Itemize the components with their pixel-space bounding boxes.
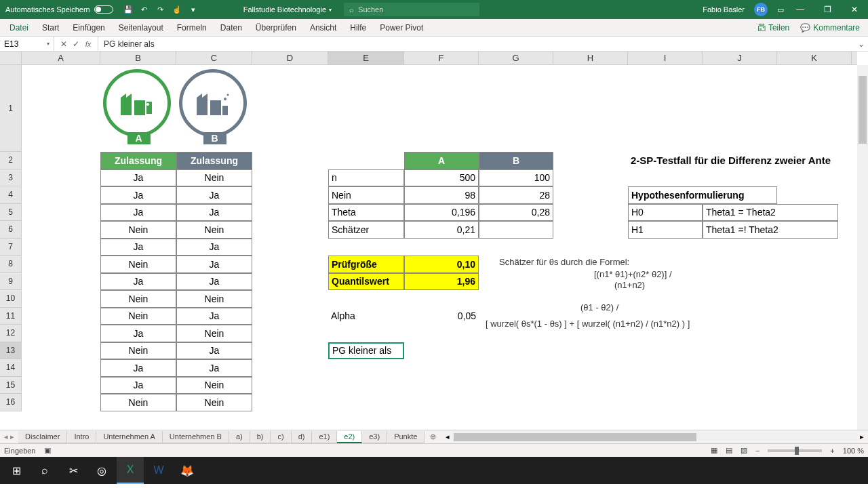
enter-icon[interactable]: ✓ (71, 39, 81, 49)
formula-input[interactable]: PG kleiner als (98, 39, 854, 49)
fx-icon[interactable]: fx (83, 40, 94, 48)
column-header-K[interactable]: K (777, 52, 852, 64)
sheet-tab-a[interactable]: a) (229, 431, 250, 443)
h1-val[interactable]: Theta1 =! Theta2 (703, 221, 838, 239)
table-row[interactable]: Ja (100, 169, 176, 187)
row-header-8[interactable]: 8 (0, 256, 21, 273)
tab-seitenlayout[interactable]: Seitenlayout (112, 20, 170, 35)
row-header-2[interactable]: 2 (0, 152, 21, 169)
macro-record-icon[interactable]: ▣ (44, 446, 51, 455)
word-icon[interactable]: W (145, 457, 172, 484)
val[interactable]: 0,10 (404, 256, 479, 273)
zoom-in-icon[interactable]: + (830, 447, 834, 455)
table-row[interactable]: Ja (176, 273, 252, 291)
row-header-9[interactable]: 9 (0, 273, 21, 291)
minimize-button[interactable]: — (787, 0, 814, 19)
active-cell[interactable]: PG kleiner als (328, 342, 404, 360)
tab-formeln[interactable]: Formeln (170, 20, 214, 35)
scroll-right-icon[interactable]: ▸ (860, 432, 864, 441)
column-header-I[interactable]: I (628, 52, 703, 64)
row-header-16[interactable]: 16 (0, 394, 21, 411)
view-layout-icon[interactable]: ▤ (726, 446, 732, 455)
obs-icon[interactable]: ◎ (88, 457, 115, 484)
row-header-13[interactable]: 13 (0, 342, 21, 360)
hyp-header[interactable]: Hypothesenformulierung (628, 186, 777, 204)
column-header-B[interactable]: B (100, 52, 176, 64)
zoom-slider[interactable] (768, 449, 822, 452)
val[interactable]: 0,05 (404, 308, 479, 325)
label-theta[interactable]: Theta (328, 204, 404, 222)
column-header-G[interactable]: G (479, 52, 553, 64)
excel-icon[interactable]: X (117, 457, 144, 484)
user-name[interactable]: Fabio Basler (703, 5, 745, 14)
close-button[interactable]: ✕ (841, 0, 868, 19)
val[interactable]: 0,28 (479, 204, 553, 222)
row-headers[interactable]: 12345678910111213141516 (0, 65, 22, 411)
table-row[interactable]: Ja (100, 359, 176, 377)
tab-daten[interactable]: Daten (214, 20, 249, 35)
save-icon[interactable]: 💾 (123, 4, 134, 15)
val[interactable]: 28 (479, 186, 553, 204)
label-alpha[interactable]: Alpha (328, 308, 404, 325)
search-icon[interactable]: ⌕ (31, 457, 58, 484)
expand-formula-icon[interactable]: ⌄ (854, 39, 868, 49)
table-row[interactable]: Ja (100, 325, 176, 342)
touch-mode-icon[interactable]: ☝ (172, 4, 182, 15)
row-header-14[interactable]: 14 (0, 359, 21, 377)
tab-powerpivot[interactable]: Power Pivot (373, 20, 430, 35)
column-header-E[interactable]: E (328, 52, 404, 64)
label-n[interactable]: n (328, 169, 404, 187)
row-header-4[interactable]: 4 (0, 186, 21, 204)
sheet-tab-disclaimer[interactable]: Disclaimer (18, 431, 67, 443)
label-pruefgroesse[interactable]: Prüfgröße (328, 256, 404, 273)
cell-area[interactable]: ABZulassungZulassungJaNeinJaJaJaJaNeinNe… (22, 65, 857, 430)
row-header-6[interactable]: 6 (0, 221, 21, 239)
label-schaetzer[interactable]: Schätzer (328, 221, 404, 239)
test-title[interactable]: 2-SP-Testfall für die Differenz zweier A… (628, 152, 868, 169)
add-sheet-button[interactable]: ⊕ (425, 432, 441, 441)
row-header-10[interactable]: 10 (0, 290, 21, 308)
table-row[interactable]: Ja (176, 308, 252, 325)
val[interactable]: 100 (479, 169, 553, 187)
table-row[interactable]: Ja (176, 186, 252, 204)
snip-icon[interactable]: ✂ (60, 457, 87, 484)
chevron-down-icon[interactable]: ▾ (188, 4, 199, 15)
sheet-tab-c[interactable]: c) (271, 431, 291, 443)
table-row[interactable]: Nein (100, 308, 176, 325)
row-header-7[interactable]: 7 (0, 239, 21, 256)
zulassung-header-b[interactable]: Zulassung (176, 152, 252, 169)
table-row[interactable]: Nein (176, 221, 252, 239)
table-row[interactable]: Nein (176, 290, 252, 308)
label-quantilswert[interactable]: Quantilswert (328, 273, 404, 291)
avatar[interactable]: FB (754, 3, 768, 16)
autosave-toggle[interactable]: Automatisches Speichern (0, 5, 119, 14)
zulassung-header-a[interactable]: Zulassung (100, 152, 176, 169)
sheet-tab-unternehmenb[interactable]: Unternehmen B (163, 431, 229, 443)
table-row[interactable]: Ja (100, 204, 176, 222)
h1-label[interactable]: H1 (628, 221, 703, 239)
sheet-tab-b[interactable]: b) (250, 431, 271, 443)
toggle-icon[interactable] (94, 5, 113, 14)
h0-val[interactable]: Theta1 = Theta2 (703, 204, 838, 222)
table-row[interactable]: Nein (100, 256, 176, 273)
table-row[interactable]: Ja (176, 342, 252, 360)
h0-label[interactable]: H0 (628, 204, 703, 222)
search-input[interactable]: ⌕ Suchen (344, 3, 479, 16)
column-header-J[interactable]: J (703, 52, 777, 64)
table-row[interactable]: Ja (100, 377, 176, 394)
tab-datei[interactable]: Datei (3, 20, 35, 35)
select-all-corner[interactable] (0, 52, 22, 65)
row-header-5[interactable]: 5 (0, 204, 21, 222)
sheet-tab-unternehmena[interactable]: Unternehmen A (96, 431, 162, 443)
tab-ansicht[interactable]: Ansicht (303, 20, 343, 35)
zoom-out-icon[interactable]: − (755, 447, 760, 455)
horizontal-scrollbar[interactable] (452, 432, 857, 442)
sheet-nav-arrows[interactable]: ◂ ▸ (0, 432, 18, 441)
vertical-scrollbar[interactable] (857, 65, 868, 430)
column-header-H[interactable]: H (553, 52, 628, 64)
label-nein[interactable]: Nein (328, 186, 404, 204)
sheet-tab-d[interactable]: d) (292, 431, 313, 443)
stats-header-a[interactable]: A (404, 152, 479, 169)
scroll-left-icon[interactable]: ◂ (446, 432, 450, 441)
column-header-C[interactable]: C (176, 52, 252, 64)
